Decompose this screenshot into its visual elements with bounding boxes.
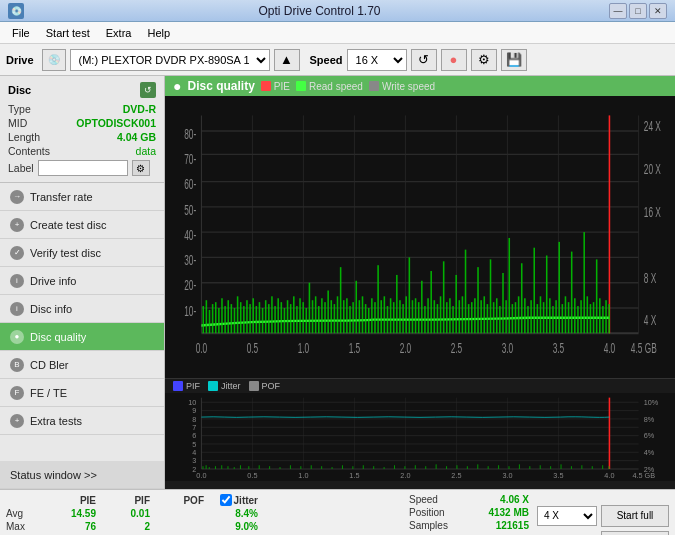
svg-rect-153 [543,302,545,333]
save-icon[interactable]: 💾 [501,49,527,71]
svg-rect-51 [224,306,226,333]
chart-area: ● Disc quality PIE Read speed Write spee… [165,76,675,489]
svg-rect-137 [493,302,495,333]
svg-rect-151 [537,304,539,333]
svg-rect-247 [467,466,468,469]
svg-rect-70 [284,308,286,333]
drive-bar: Drive 💿 (M:) PLEXTOR DVDR PX-890SA 1.00 … [0,44,675,76]
svg-rect-116 [427,298,429,333]
svg-text:80-: 80- [184,125,196,142]
svg-rect-231 [300,466,301,469]
menu-extra[interactable]: Extra [98,25,140,41]
svg-text:4.0: 4.0 [604,473,614,480]
close-button[interactable]: ✕ [649,3,667,19]
svg-rect-232 [311,465,312,469]
label-input[interactable] [38,160,128,176]
svg-text:40-: 40- [184,226,196,243]
menu-help[interactable]: Help [139,25,178,41]
svg-text:50-: 50- [184,201,196,218]
svg-rect-120 [440,296,442,333]
svg-rect-73 [293,296,295,333]
svg-rect-52 [227,300,229,333]
label-label: Label [8,162,34,174]
refresh-icon[interactable]: ↺ [411,49,437,71]
svg-rect-218 [202,466,203,469]
svg-rect-128 [465,250,467,334]
svg-rect-141 [505,300,507,333]
svg-rect-132 [477,267,479,333]
sidebar-item-disc-quality[interactable]: ● Disc quality [0,323,164,351]
read-speed-legend-dot [296,81,306,91]
svg-rect-45 [206,300,208,333]
svg-rect-74 [296,306,298,333]
menu-file[interactable]: File [4,25,38,41]
sidebar-item-verify-test-disc[interactable]: ✓ Verify test disc [0,239,164,267]
svg-rect-123 [449,298,451,333]
sidebar-item-drive-info[interactable]: i Drive info [0,267,164,295]
svg-text:8 X: 8 X [644,269,657,286]
svg-rect-254 [540,465,541,469]
svg-rect-252 [519,464,520,469]
svg-rect-227 [259,465,260,469]
sidebar-item-extra-tests[interactable]: + Extra tests [0,407,164,435]
svg-rect-167 [587,296,589,333]
settings-icon[interactable]: ⚙ [471,49,497,71]
jitter-header: Jitter [206,494,258,506]
speed-select[interactable]: 16 X8 X4 X2 X [347,49,407,71]
svg-rect-155 [549,298,551,333]
jitter-checkbox[interactable] [220,494,232,506]
svg-rect-71 [287,300,289,333]
svg-text:10-: 10- [184,302,196,319]
svg-rect-237 [363,465,364,469]
sidebar-item-fe-te[interactable]: F FE / TE [0,379,164,407]
svg-rect-47 [212,304,214,333]
legend-read-speed: Read speed [296,81,363,92]
svg-text:4 X: 4 X [644,312,657,329]
disc-icon[interactable]: ● [441,49,467,71]
svg-text:2.0: 2.0 [400,473,410,480]
legend-pof: POF [249,381,281,391]
svg-rect-106 [396,275,398,333]
svg-rect-86 [334,304,336,333]
sidebar-item-disc-info[interactable]: i Disc info [0,295,164,323]
svg-rect-253 [529,466,530,469]
sidebar: Disc ↺ Type DVD-R MID OPTODISCK001 Lengt… [0,76,165,489]
svg-rect-146 [521,263,523,333]
start-full-button[interactable]: Start full [601,505,669,527]
svg-rect-138 [496,298,498,333]
contents-value: data [136,145,156,157]
status-window-button[interactable]: Status window >> [0,461,164,489]
svg-rect-117 [430,271,432,333]
svg-text:70-: 70- [184,150,196,167]
svg-rect-234 [332,467,333,469]
svg-rect-173 [605,300,607,333]
svg-rect-102 [384,296,386,333]
svg-rect-131 [474,298,476,333]
svg-text:60-: 60- [184,176,196,193]
svg-rect-133 [480,300,482,333]
disc-refresh-button[interactable]: ↺ [140,82,156,98]
minimize-button[interactable]: — [609,3,627,19]
length-label: Length [8,131,40,143]
scan-speed-select[interactable]: 4 X8 X2 X [537,506,597,526]
menu-start-test[interactable]: Start test [38,25,98,41]
svg-rect-108 [402,304,404,333]
svg-rect-115 [424,306,426,333]
sidebar-item-transfer-rate[interactable]: → Transfer rate [0,183,164,211]
svg-rect-233 [321,466,322,469]
label-icon[interactable]: ⚙ [132,160,150,176]
svg-rect-91 [349,306,351,333]
start-part-button[interactable]: Start part [601,531,669,536]
speed-info-panel: Speed 4.06 X Position 4132 MB Samples 12… [409,494,529,535]
drive-select[interactable]: (M:) PLEXTOR DVDR PX-890SA 1.00 [70,49,270,71]
svg-text:1.5: 1.5 [349,339,361,356]
maximize-button[interactable]: □ [629,3,647,19]
app-icon: 💿 [8,3,24,19]
svg-rect-60 [252,298,254,333]
sidebar-item-cd-bler[interactable]: B CD Bler [0,351,164,379]
svg-rect-160 [565,296,567,333]
svg-rect-130 [471,302,473,333]
sidebar-item-create-test-disc[interactable]: + Create test disc [0,211,164,239]
drive-up-icon[interactable]: ▲ [274,49,300,71]
svg-rect-44 [202,306,204,333]
